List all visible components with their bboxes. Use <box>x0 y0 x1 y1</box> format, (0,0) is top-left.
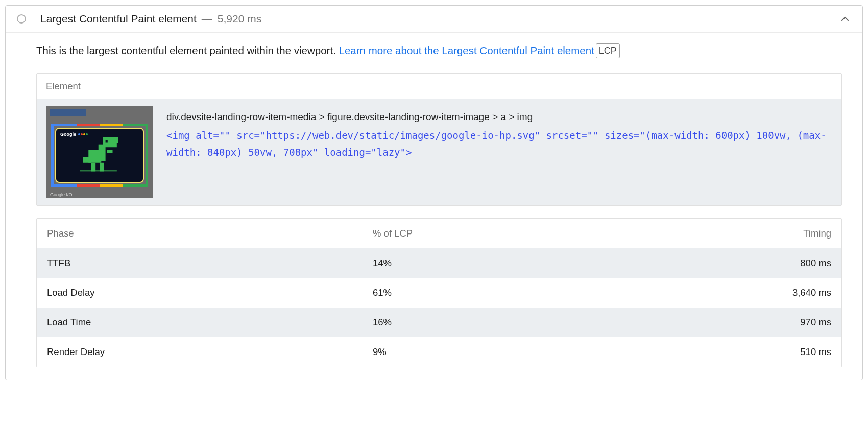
element-selector-path: div.devsite-landing-row-item-media > fig… <box>166 108 832 125</box>
element-card: Element Google <box>36 73 842 206</box>
title-separator: — <box>197 13 218 25</box>
svg-rect-8 <box>107 150 112 153</box>
audit-body: This is the largest contentful element p… <box>6 33 862 380</box>
cell-phase: Load Time <box>47 317 373 328</box>
thumb-brand-text: Google <box>60 132 76 137</box>
phase-table: Phase % of LCP Timing TTFB 14% 800 ms Lo… <box>36 218 842 367</box>
cell-pct: 9% <box>373 346 698 358</box>
table-header-row: Phase % of LCP Timing <box>37 219 841 248</box>
svg-rect-1 <box>114 137 118 143</box>
cell-timing: 800 ms <box>698 257 831 269</box>
col-header-pct: % of LCP <box>373 228 698 239</box>
lcp-audit-panel: Largest Contentful Paint element — 5,920… <box>5 5 863 380</box>
lcp-badge: LCP <box>596 43 620 58</box>
description-text: This is the largest contentful element p… <box>36 44 339 56</box>
cell-pct: 16% <box>373 317 698 328</box>
audit-title: Largest Contentful Paint element <box>40 13 197 25</box>
element-code-snippet: <img alt="" src="https://web.dev/static/… <box>166 127 832 161</box>
thumb-caption: Google I/O <box>50 192 73 197</box>
element-text: div.devsite-landing-row-item-media > fig… <box>166 106 832 198</box>
learn-more-link[interactable]: Learn more about the Largest Contentful … <box>339 44 594 56</box>
col-header-timing: Timing <box>698 228 831 239</box>
audit-timing-value: 5,920 ms <box>218 13 261 25</box>
cell-pct: 61% <box>373 287 698 298</box>
table-row: TTFB 14% 800 ms <box>37 248 841 278</box>
audit-header[interactable]: Largest Contentful Paint element — 5,920… <box>6 6 862 33</box>
element-thumbnail: Google <box>46 106 153 198</box>
element-card-header: Element <box>37 74 841 99</box>
cell-phase: Render Delay <box>47 346 373 358</box>
table-row: Load Delay 61% 3,640 ms <box>37 278 841 308</box>
chevron-up-icon[interactable] <box>839 13 851 25</box>
svg-rect-2 <box>105 140 107 143</box>
cell-phase: Load Delay <box>47 287 373 298</box>
svg-rect-9 <box>80 170 116 172</box>
table-row: Render Delay 9% 510 ms <box>37 337 841 367</box>
element-row: Google <box>37 99 841 205</box>
cell-timing: 970 ms <box>698 317 831 328</box>
cell-timing: 510 ms <box>698 346 831 358</box>
status-circle-icon <box>17 14 26 24</box>
cell-timing: 3,640 ms <box>698 287 831 298</box>
dino-icon <box>60 136 139 174</box>
cell-phase: TTFB <box>47 257 373 269</box>
audit-description: This is the largest contentful element p… <box>36 43 842 59</box>
table-row: Load Time 16% 970 ms <box>37 308 841 337</box>
svg-rect-5 <box>83 157 91 163</box>
cell-pct: 14% <box>373 257 698 269</box>
col-header-phase: Phase <box>47 228 373 239</box>
